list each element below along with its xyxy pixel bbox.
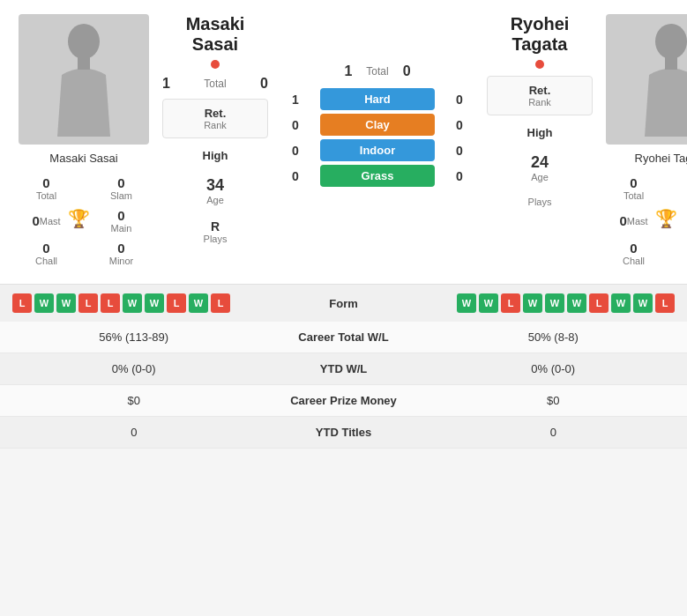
player1-age-value: 34 [166, 176, 265, 195]
player2-name-label: Ryohei Tagata [635, 152, 687, 165]
player1-chall-value: 0 [11, 241, 82, 256]
players-section: Masaki Sasai 0 Total 0 Slam 0 Mast 🏆 0 [0, 0, 687, 284]
player2-rank-box: Ret. Rank [487, 76, 593, 115]
stats-row-1: 0% (0-0)YTD W/L0% (0-0) [0, 353, 687, 385]
player2-plays-label: Plays [490, 197, 589, 207]
player1-total-value: 0 [11, 175, 82, 190]
center-total-lbl: Total [366, 65, 388, 78]
player1-minor-label: Minor [86, 256, 157, 266]
surface-p2-score-3: 0 [449, 169, 470, 183]
player2-rank-label: Rank [491, 97, 588, 108]
stats-row-0: 56% (113-89)Career Total W/L50% (8-8) [0, 322, 687, 353]
player2-minor-cell: 0 Minor [671, 237, 687, 270]
stats-right-2: $0 [432, 394, 676, 407]
surface-row-indoor: 0Indoor0 [280, 139, 474, 161]
surface-p2-score-2: 0 [449, 144, 470, 158]
player2-form-badge-7: W [611, 293, 631, 313]
player2-rank-value: Ret. [491, 84, 588, 97]
player1-avatar [19, 14, 149, 145]
player2-form-badge-2: L [501, 293, 520, 313]
player2-total-label: Total [598, 190, 669, 201]
player1-plays-label: Plays [166, 234, 265, 244]
surface-p1-score-0: 1 [285, 93, 306, 107]
player2-dot-indicator [535, 60, 544, 69]
svg-point-2 [655, 24, 687, 59]
player1-form-badge-6: W [145, 293, 164, 313]
player2-minor-value: 0 [673, 241, 687, 256]
player2-total-value: 0 [598, 175, 669, 190]
center-p1-score: 1 [344, 63, 352, 79]
player1-rank-value: Ret. [167, 107, 264, 120]
player1-mast-value: 0 [32, 213, 39, 228]
player2-age-box: 24 Age [487, 146, 593, 189]
surface-p2-score-0: 0 [449, 93, 470, 107]
surface-p1-score-1: 0 [285, 118, 306, 132]
surface-p1-score-3: 0 [285, 169, 306, 183]
surface-btn-indoor[interactable]: Indoor [320, 139, 435, 161]
player2-main-cell: 🏆 0 Main [671, 204, 687, 237]
surface-row-hard: 1Hard0 [280, 88, 474, 110]
svg-point-0 [68, 24, 100, 59]
trophy-icon: 🏆 [68, 208, 90, 229]
form-label: Form [300, 297, 388, 310]
player2-age-label: Age [490, 172, 589, 182]
player2-mast-label: Mast [627, 216, 648, 226]
player2-age-value: 24 [490, 153, 589, 172]
stats-left-2: $0 [12, 394, 256, 407]
player2-header: Ryohei Tagata [487, 14, 593, 71]
player1-rank-box: Ret. Rank [162, 99, 268, 138]
player2-card: Ryohei Tagata 0 Total 0 Slam 0 Mast 🏆 0 [596, 14, 687, 270]
player1-stats-grid: 0 Total 0 Slam 0 Mast 🏆 0 Main 0 [9, 172, 159, 270]
stats-label-2: Career Prize Money [256, 394, 432, 407]
player2-slam-cell: 0 Slam [671, 172, 687, 204]
player1-high-value: High [166, 149, 265, 162]
player2-big-name: Ryohei Tagata [487, 14, 593, 55]
player1-total-score-row: 1 Total 0 [162, 76, 268, 92]
stats-left-3: 0 [12, 426, 256, 439]
player2-total-cell: 0 Total [596, 172, 671, 204]
player1-form-badge-7: L [167, 293, 186, 313]
player1-form-badge-5: W [123, 293, 142, 313]
player1-age-box: 34 Age [162, 169, 268, 212]
surface-btn-clay[interactable]: Clay [320, 114, 435, 136]
player1-age-label: Age [166, 195, 265, 205]
player2-slam-label: Slam [673, 190, 687, 201]
player1-dot [162, 58, 268, 71]
player1-plays-box: R Plays [162, 212, 268, 251]
player2-high-value: High [490, 126, 589, 139]
player1-header: Masaki Sasai [162, 14, 268, 71]
player2-middle-stats: Ryohei Tagata Ret. Rank High 24 Age Play… [487, 14, 593, 214]
player1-plays-value: R [166, 219, 265, 234]
stats-row-3: 0YTD Titles0 [0, 417, 687, 449]
player1-form-badges: LWWLLWWLWL [12, 293, 230, 313]
form-section: LWWLLWWLWL Form WWLWWWLWWL [0, 284, 687, 322]
player2-chall-label: Chall [598, 256, 669, 266]
stats-label-0: Career Total W/L [256, 330, 432, 344]
stats-right-1: 0% (0-0) [432, 362, 676, 375]
player1-slam-value: 0 [86, 175, 157, 190]
player1-main-cell: 🏆 0 Main [84, 204, 159, 237]
player2-form-badge-9: L [655, 293, 675, 313]
total-label: Total [204, 78, 226, 90]
player1-rank-label: Rank [167, 120, 264, 130]
player2-form-badge-0: W [457, 293, 476, 313]
center-p2-score: 0 [403, 63, 411, 79]
player2-form-badge-8: W [633, 293, 653, 313]
player2-stats-grid: 0 Total 0 Slam 0 Mast 🏆 0 Main 0 [596, 172, 687, 270]
player1-name-label: Masaki Sasai [49, 152, 117, 165]
surface-btn-hard[interactable]: Hard [320, 88, 435, 110]
player1-form-badge-1: W [34, 293, 54, 313]
surface-rows: 1Total01Hard00Clay00Indoor00Grass0 [280, 63, 474, 190]
stats-left-0: 56% (113-89) [12, 330, 256, 344]
player1-form-badge-3: L [78, 293, 98, 313]
player2-avatar [606, 14, 687, 145]
svg-rect-1 [78, 57, 90, 70]
player2-mast-value: 0 [619, 213, 626, 228]
stats-row-2: $0Career Prize Money$0 [0, 385, 687, 417]
player1-form-badge-9: L [211, 293, 230, 313]
stats-right-3: 0 [432, 426, 676, 439]
player1-chall-label: Chall [11, 256, 82, 266]
player1-chall-cell: 0 Chall [9, 237, 84, 270]
surface-btn-grass[interactable]: Grass [320, 165, 435, 187]
total-score-center-row: 1Total0 [280, 63, 474, 79]
